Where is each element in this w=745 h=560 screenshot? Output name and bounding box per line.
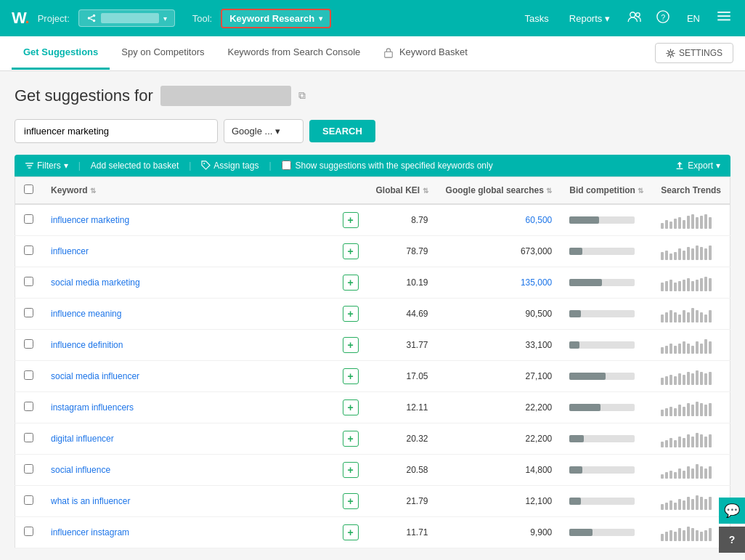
row-checkbox-6[interactable] — [24, 402, 33, 411]
kei-column-header[interactable]: Global KEI ⇅ — [367, 176, 437, 204]
hamburger-icon — [717, 12, 730, 22]
add-to-basket-btn-1[interactable]: + — [343, 243, 359, 259]
engine-selector[interactable]: Google ... ▾ — [224, 119, 304, 143]
sparkline-0 — [661, 211, 721, 229]
keyword-link-10[interactable]: influencer instagram — [51, 527, 129, 537]
trend-bar — [665, 220, 668, 229]
keyword-link-2[interactable]: social media marketing — [51, 277, 140, 288]
add-to-basket-btn-6[interactable]: + — [343, 399, 359, 415]
tab-keyword-basket[interactable]: Keyword Basket — [372, 36, 479, 70]
select-all-checkbox[interactable] — [24, 184, 33, 194]
sort-arrows-searches: ⇅ — [546, 187, 552, 195]
show-specified-label[interactable]: Show suggestions with the specified keyw… — [282, 161, 493, 171]
trend-bar — [691, 308, 694, 322]
tool-selector[interactable]: Keyword Research ▾ — [221, 9, 331, 28]
add-to-basket-btn-7[interactable]: + — [343, 431, 359, 447]
row-checkbox-10[interactable] — [24, 527, 33, 536]
searches-cell-3: 90,500 — [437, 298, 561, 329]
trend-bar — [700, 372, 703, 385]
searches-column-header[interactable]: Google global searches ⇅ — [437, 176, 561, 204]
settings-button[interactable]: SETTINGS — [655, 43, 733, 63]
team-icon-btn[interactable] — [624, 8, 645, 28]
trend-bar — [661, 442, 664, 447]
trend-bar — [696, 530, 699, 541]
bid-column-header[interactable]: Bid competition ⇅ — [561, 176, 652, 204]
keyword-link-5[interactable]: social media influencer — [51, 371, 139, 381]
chat-button[interactable]: 💬 — [719, 498, 745, 524]
row-checkbox-7[interactable] — [24, 433, 33, 442]
add-to-basket-btn-0[interactable]: + — [343, 212, 359, 228]
sort-arrows-bid: ⇅ — [638, 187, 643, 195]
kei-cell-5: 17.05 — [367, 360, 437, 391]
row-checkbox-3[interactable] — [24, 308, 33, 317]
add-to-basket-btn-10[interactable]: + — [343, 524, 359, 540]
keyword-link-9[interactable]: what is an influencer — [51, 496, 130, 506]
reports-nav-link[interactable]: Reports ▾ — [563, 10, 616, 27]
export-icon — [675, 161, 685, 171]
tab-keywords-search-console[interactable]: Keywords from Search Console — [216, 36, 372, 70]
keyword-link-1[interactable]: influencer — [51, 246, 89, 256]
row-checkbox-9[interactable] — [24, 495, 33, 505]
trend-bar — [687, 434, 690, 447]
export-button[interactable]: Export ▾ — [675, 161, 720, 171]
copy-icon[interactable]: ⧉ — [298, 89, 306, 102]
trend-bar — [669, 375, 672, 385]
row-checkbox-8[interactable] — [24, 464, 33, 474]
search-button[interactable]: SEARCH — [309, 120, 375, 142]
chevron-down-icon: ▾ — [275, 126, 280, 137]
keyword-link-8[interactable]: social influence — [51, 465, 110, 475]
trend-bar — [678, 405, 681, 416]
add-to-basket-btn-9[interactable]: + — [343, 493, 359, 509]
keyword-link-0[interactable]: influencer marketing — [51, 215, 129, 225]
tasks-nav-link[interactable]: Tasks — [519, 10, 555, 27]
row-checkbox-2[interactable] — [24, 277, 33, 286]
trend-bar — [687, 247, 690, 260]
tab-get-suggestions[interactable]: Get Suggestions — [12, 36, 110, 70]
bid-bar-container-9 — [569, 498, 635, 505]
keyword-link-3[interactable]: influence meaning — [51, 309, 121, 319]
add-to-basket-btn-2[interactable]: + — [343, 275, 359, 291]
trend-bar — [687, 372, 690, 385]
tab-spy-on-competitors[interactable]: Spy on Competitors — [110, 36, 216, 70]
filters-button[interactable]: Filters ▾ — [25, 161, 68, 171]
question-icon: ? — [656, 10, 669, 23]
help-icon-btn[interactable]: ? — [654, 7, 672, 29]
trends-cell-7 — [652, 423, 730, 454]
add-to-basket-button[interactable]: Add selected to basket — [91, 161, 179, 171]
bid-cell-10 — [561, 516, 652, 548]
assign-tags-button[interactable]: Assign tags — [201, 161, 258, 171]
show-specified-checkbox[interactable] — [282, 161, 291, 170]
trend-bar — [665, 472, 668, 479]
searches-cell-10: 9,900 — [437, 516, 561, 548]
trend-bar — [669, 280, 672, 291]
trend-bar — [669, 253, 672, 260]
add-to-basket-btn-3[interactable]: + — [343, 306, 359, 322]
add-to-basket-btn-5[interactable]: + — [343, 368, 359, 384]
keyword-link-7[interactable]: digital influencer — [51, 434, 114, 444]
searches-cell-6: 22,200 — [437, 391, 561, 423]
keyword-link-6[interactable]: instagram influencers — [51, 402, 134, 413]
keyword-column-header[interactable]: Keyword ⇅ — [42, 176, 334, 204]
trend-bar — [709, 341, 712, 354]
share-icon — [86, 13, 97, 23]
add-to-basket-btn-4[interactable]: + — [343, 337, 359, 353]
row-checkbox-0[interactable] — [24, 214, 33, 224]
add-to-basket-btn-8[interactable]: + — [343, 462, 359, 478]
lang-selector[interactable]: EN — [681, 10, 706, 27]
row-checkbox-5[interactable] — [24, 370, 33, 380]
row-checkbox-1[interactable] — [24, 245, 33, 255]
row-checkbox-4[interactable] — [24, 339, 33, 349]
trend-bar — [687, 344, 690, 354]
trend-bar — [674, 440, 677, 447]
trend-bar — [696, 341, 699, 354]
project-selector[interactable]: ▾ — [78, 9, 175, 27]
menu-icon-btn[interactable] — [715, 9, 733, 28]
search-input[interactable] — [15, 119, 218, 143]
trend-bar — [665, 408, 668, 416]
keyword-link-4[interactable]: influence definition — [51, 340, 123, 350]
trend-bar — [678, 373, 681, 385]
trend-bar — [696, 280, 699, 291]
help-button[interactable]: ? — [719, 527, 745, 553]
trend-bar — [678, 344, 681, 354]
trend-bar — [661, 504, 664, 510]
